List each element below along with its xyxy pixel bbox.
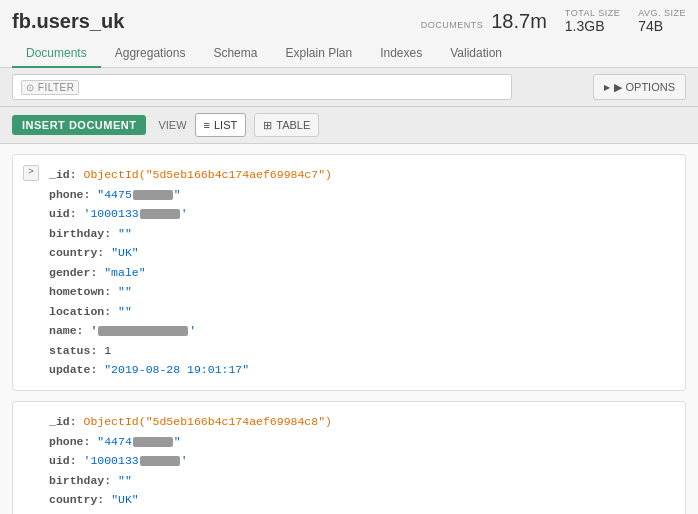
doc1-id-value: ObjectId("5d5eb166b4c174aef69984c7") bbox=[84, 168, 332, 181]
list-icon: ≡ bbox=[204, 119, 210, 131]
tab-aggregations[interactable]: Aggregations bbox=[101, 40, 200, 68]
document-card-1: > _id: ObjectId("5d5eb166b4c174aef69984c… bbox=[12, 154, 686, 391]
avg-size-stat: AVG. SIZE 74B bbox=[638, 8, 686, 34]
document-card-2: _id: ObjectId("5d5eb166b4c174aef69984c8"… bbox=[12, 401, 686, 514]
db-collection-title: fb.users_uk bbox=[12, 10, 124, 33]
doc1-birthday-line: birthday: "" bbox=[49, 224, 673, 244]
doc2-country-line: country: "UK" bbox=[49, 490, 673, 510]
doc2-birthday-line: birthday: "" bbox=[49, 471, 673, 491]
avg-size-label: AVG. SIZE bbox=[638, 8, 686, 18]
doc2-id-value: ObjectId("5d5eb166b4c174aef69984c8") bbox=[84, 415, 332, 428]
list-view-button[interactable]: ≡ LIST bbox=[195, 113, 247, 137]
collection-name: users_uk bbox=[36, 10, 124, 32]
header-stats: DOCUMENTS 18.7m TOTAL SIZE 1.3GB AVG. SI… bbox=[421, 8, 686, 34]
filter-label: ⊙ FILTER bbox=[21, 80, 79, 95]
tab-documents[interactable]: Documents bbox=[12, 40, 101, 68]
doc1-update-line: update: "2019-08-28 19:01:17" bbox=[49, 360, 673, 380]
doc2-phone-redacted bbox=[133, 437, 173, 447]
options-button[interactable]: ▶ ▶ OPTIONS bbox=[593, 74, 686, 100]
table-label: TABLE bbox=[276, 119, 310, 131]
doc2-id-line: _id: ObjectId("5d5eb166b4c174aef69984c8"… bbox=[49, 412, 673, 432]
filter-bar[interactable]: ⊙ FILTER bbox=[12, 74, 512, 100]
doc1-name-redacted bbox=[98, 326, 188, 336]
doc2-phone-line: phone: "4474" bbox=[49, 432, 673, 452]
expand-button-1[interactable]: > bbox=[23, 165, 39, 181]
table-view-button[interactable]: ⊞ TABLE bbox=[254, 113, 319, 137]
tab-indexes[interactable]: Indexes bbox=[366, 40, 436, 68]
table-icon: ⊞ bbox=[263, 119, 272, 132]
doc1-uid-line: uid: '1000133' bbox=[49, 204, 673, 224]
doc2-gender-line: gender: "male" bbox=[49, 510, 673, 514]
doc1-location-line: location: "" bbox=[49, 302, 673, 322]
total-size-value: 1.3GB bbox=[565, 18, 605, 34]
documents-label: DOCUMENTS bbox=[421, 20, 484, 30]
options-arrow-icon: ▶ bbox=[604, 83, 610, 92]
documents-value: 18.7m bbox=[491, 10, 547, 32]
header: fb.users_uk DOCUMENTS 18.7m TOTAL SIZE 1… bbox=[0, 0, 698, 68]
options-label: ▶ OPTIONS bbox=[614, 81, 675, 94]
toolbar: ⊙ FILTER ▶ ▶ OPTIONS bbox=[0, 68, 698, 107]
doc1-gender-line: gender: "male" bbox=[49, 263, 673, 283]
doc2-uid-line: uid: '1000133' bbox=[49, 451, 673, 471]
insert-document-button[interactable]: INSERT DOCUMENT bbox=[12, 115, 146, 135]
list-label: LIST bbox=[214, 119, 237, 131]
documents-stat: DOCUMENTS 18.7m bbox=[421, 10, 547, 32]
total-size-stat: TOTAL SIZE 1.3GB bbox=[565, 8, 620, 34]
doc1-name-line: name: '' bbox=[49, 321, 673, 341]
doc1-hometown-line: hometown: "" bbox=[49, 282, 673, 302]
documents-area: > _id: ObjectId("5d5eb166b4c174aef69984c… bbox=[0, 144, 698, 514]
total-size-label: TOTAL SIZE bbox=[565, 8, 620, 18]
db-prefix: fb. bbox=[12, 10, 36, 32]
tab-schema[interactable]: Schema bbox=[199, 40, 271, 68]
view-label: VIEW bbox=[158, 119, 186, 131]
doc1-id-line: _id: ObjectId("5d5eb166b4c174aef69984c7"… bbox=[49, 165, 673, 185]
tab-explain-plan[interactable]: Explain Plan bbox=[271, 40, 366, 68]
tab-validation[interactable]: Validation bbox=[436, 40, 516, 68]
doc2-uid-redacted bbox=[140, 456, 180, 466]
header-top: fb.users_uk DOCUMENTS 18.7m TOTAL SIZE 1… bbox=[12, 8, 686, 40]
avg-size-value: 74B bbox=[638, 18, 663, 34]
action-bar: INSERT DOCUMENT VIEW ≡ LIST ⊞ TABLE bbox=[0, 107, 698, 144]
doc1-status-line: status: 1 bbox=[49, 341, 673, 361]
doc1-uid-redacted bbox=[140, 209, 180, 219]
doc1-country-line: country: "UK" bbox=[49, 243, 673, 263]
doc1-phone-redacted bbox=[133, 190, 173, 200]
tabs: Documents Aggregations Schema Explain Pl… bbox=[12, 40, 686, 67]
doc1-phone-line: phone: "4475" bbox=[49, 185, 673, 205]
